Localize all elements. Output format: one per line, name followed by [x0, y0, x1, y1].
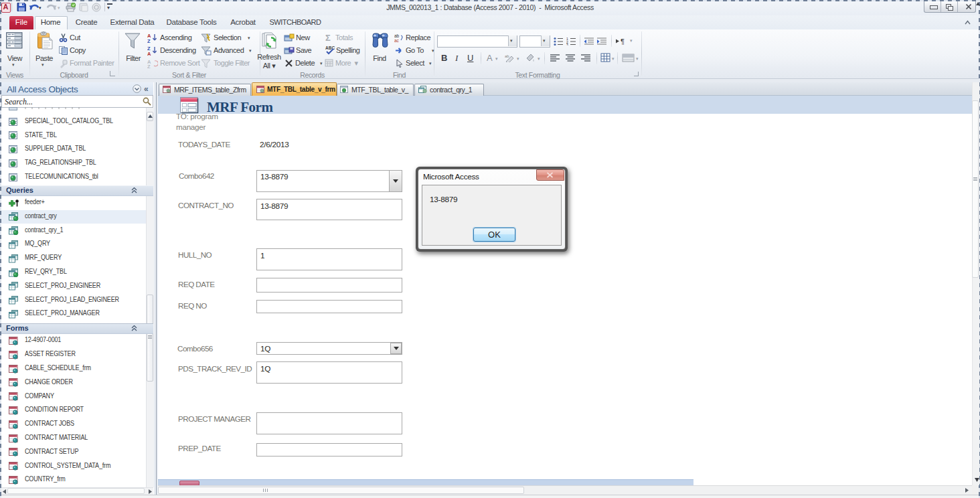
svg-text:ab: ab	[505, 54, 509, 58]
svg-text:Z: Z	[147, 64, 151, 68]
svg-text:3: 3	[566, 43, 568, 46]
svg-text:ab: ab	[394, 33, 400, 38]
svg-text:Z: Z	[147, 38, 151, 43]
svg-text:¶: ¶	[621, 37, 625, 46]
svg-text:ac: ac	[394, 38, 400, 42]
svg-text:A: A	[147, 51, 151, 56]
